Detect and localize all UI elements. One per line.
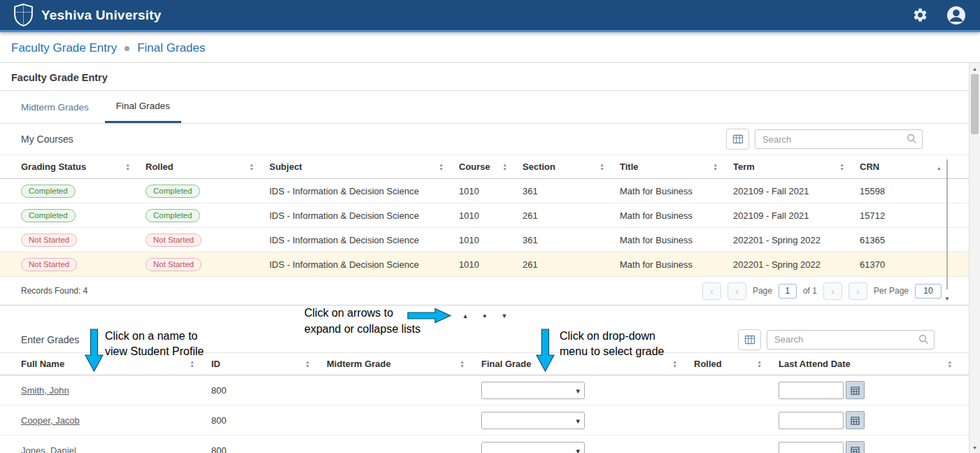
per-page-input[interactable] bbox=[915, 284, 942, 299]
page-title: Faculty Grade Entry bbox=[0, 63, 970, 91]
column-header-midterm-grade[interactable]: Midterm Grade bbox=[327, 353, 481, 375]
reset-split-dot-icon[interactable] bbox=[483, 310, 487, 322]
search-icon bbox=[907, 134, 917, 147]
sort-icon bbox=[840, 163, 844, 171]
student-name-link[interactable]: Jones, Daniel bbox=[21, 445, 76, 453]
page-of-label: of 1 bbox=[803, 286, 817, 296]
topbar-actions bbox=[912, 6, 966, 25]
column-header-term[interactable]: Term bbox=[733, 155, 860, 178]
cell-student-id: 800 bbox=[211, 445, 327, 453]
final-grade-dropdown[interactable] bbox=[481, 412, 585, 429]
student-row[interactable]: Smith, John 800 bbox=[0, 375, 970, 405]
grades-search-input[interactable] bbox=[767, 330, 935, 350]
column-label: Full Name bbox=[21, 359, 64, 369]
student-name-link[interactable]: Smith, John bbox=[21, 385, 69, 396]
last-attend-date-input[interactable] bbox=[779, 442, 844, 453]
breadcrumb-final-grades[interactable]: Final Grades bbox=[137, 41, 205, 55]
student-row[interactable]: Jones, Daniel 800 bbox=[0, 436, 970, 453]
page-number-input[interactable] bbox=[779, 284, 797, 299]
courses-table-scrollbar[interactable] bbox=[943, 159, 951, 303]
cell-rolled: Completed bbox=[145, 185, 269, 198]
course-row[interactable]: Not Started Not Started IDS - Informatio… bbox=[0, 252, 970, 277]
column-header-section[interactable]: Section bbox=[523, 155, 620, 178]
breadcrumb-faculty-grade-entry[interactable]: Faculty Grade Entry bbox=[11, 41, 117, 55]
course-row[interactable]: Not Started Not Started IDS - Informatio… bbox=[0, 228, 970, 252]
app-header: Yeshiva University bbox=[0, 0, 980, 32]
column-header-subject[interactable]: Subject bbox=[269, 155, 459, 178]
main-content: Faculty Grade Entry Midterm Grades Final… bbox=[0, 63, 970, 453]
cell-section: 261 bbox=[523, 259, 620, 270]
pagination-last-page-button[interactable] bbox=[848, 282, 867, 300]
annotation-name-note: Click on a name to view Student Profile bbox=[105, 329, 204, 359]
sort-icon bbox=[948, 360, 952, 368]
student-name-link[interactable]: Cooper, Jacob bbox=[21, 415, 80, 426]
column-header-id[interactable]: ID bbox=[211, 353, 327, 375]
scrollbar-down-arrow-icon[interactable] bbox=[943, 291, 951, 303]
tab-midterm-grades[interactable]: Midterm Grades bbox=[21, 91, 97, 123]
courses-footer: Records Found: 4 Page of 1 Per Page bbox=[0, 277, 970, 305]
page-label: Page bbox=[753, 286, 772, 296]
column-header-title[interactable]: Title bbox=[620, 155, 733, 178]
cell-term: 202201 - Spring 2022 bbox=[733, 259, 860, 270]
final-grade-dropdown[interactable] bbox=[481, 442, 585, 453]
pagination-previous-page-button[interactable] bbox=[727, 282, 746, 300]
expand-up-arrow-icon[interactable] bbox=[462, 312, 469, 319]
courses-tools-grid-icon[interactable] bbox=[726, 129, 749, 150]
pagination-next-page-button[interactable] bbox=[823, 282, 842, 300]
date-picker-calendar-icon[interactable] bbox=[846, 411, 865, 429]
column-header-crn[interactable]: CRN bbox=[860, 155, 970, 178]
cell-section: 261 bbox=[523, 210, 620, 221]
my-courses-header: My Courses bbox=[0, 124, 970, 154]
course-row[interactable]: Completed Completed IDS - Information & … bbox=[0, 203, 970, 228]
column-header-grading-status[interactable]: Grading Status bbox=[21, 155, 145, 178]
column-header-course[interactable]: Course bbox=[459, 155, 523, 178]
last-attend-date-input[interactable] bbox=[779, 382, 844, 399]
column-label: Subject bbox=[269, 161, 302, 172]
column-header-rolled[interactable]: Rolled bbox=[694, 353, 779, 375]
collapse-down-arrow-icon[interactable] bbox=[501, 312, 507, 319]
annotation-collapse-note: Click on arrows to expand or collapse li… bbox=[304, 305, 420, 337]
cell-subject: IDS - Information & Decision Science bbox=[269, 235, 459, 245]
annotation-down-arrow-icon bbox=[85, 329, 104, 375]
final-grade-select bbox=[481, 412, 585, 429]
column-header-last-attend-date[interactable]: Last Attend Date bbox=[779, 353, 969, 375]
cell-final-grade bbox=[481, 442, 694, 453]
date-picker-calendar-icon[interactable] bbox=[846, 441, 865, 453]
cell-section: 361 bbox=[523, 186, 620, 196]
page-scrollbar[interactable] bbox=[969, 63, 980, 453]
my-courses-section: My Courses Grading Status Rolled Subject… bbox=[0, 124, 970, 305]
date-picker-calendar-icon[interactable] bbox=[846, 381, 865, 399]
annotation-line: Click on arrows to bbox=[304, 305, 420, 321]
cell-final-grade bbox=[481, 412, 694, 429]
brand: Yeshiva University bbox=[14, 3, 162, 27]
final-grade-dropdown[interactable] bbox=[481, 382, 585, 399]
final-grade-select bbox=[481, 442, 585, 453]
cell-full-name: Cooper, Jacob bbox=[21, 415, 211, 426]
date-field bbox=[779, 381, 969, 399]
rolled-status-badge: Not Started bbox=[145, 258, 201, 271]
grades-tools-grid-icon[interactable] bbox=[738, 329, 761, 350]
scrollbar-thumb[interactable] bbox=[971, 74, 979, 134]
scrollbar-down-arrow-icon[interactable] bbox=[970, 442, 980, 453]
cell-final-grade bbox=[481, 382, 694, 399]
annotation-line: expand or collapse lists bbox=[304, 321, 420, 337]
university-shield-logo-icon bbox=[14, 3, 33, 27]
last-attend-date-input[interactable] bbox=[779, 412, 844, 429]
courses-search-input[interactable] bbox=[755, 129, 923, 149]
scrollbar-thumb[interactable] bbox=[946, 159, 948, 289]
rolled-status-badge: Completed bbox=[145, 185, 200, 198]
profile-icon[interactable] bbox=[946, 6, 966, 25]
student-row[interactable]: Cooper, Jacob 800 bbox=[0, 405, 970, 436]
courses-search bbox=[755, 129, 923, 149]
course-row[interactable]: Completed Completed IDS - Information & … bbox=[0, 179, 970, 203]
settings-gear-icon[interactable] bbox=[912, 7, 928, 23]
tab-final-grades[interactable]: Final Grades bbox=[105, 91, 181, 123]
scrollbar-up-arrow-icon[interactable] bbox=[970, 63, 980, 74]
sort-icon bbox=[190, 360, 194, 368]
column-header-rolled[interactable]: Rolled bbox=[145, 155, 269, 178]
sort-icon bbox=[673, 360, 677, 368]
pagination-first-page-button[interactable] bbox=[702, 282, 721, 300]
scrollbar-track[interactable] bbox=[970, 74, 980, 442]
cell-term: 202109 - Fall 2021 bbox=[733, 186, 860, 196]
cell-grading-status: Completed bbox=[21, 185, 145, 198]
